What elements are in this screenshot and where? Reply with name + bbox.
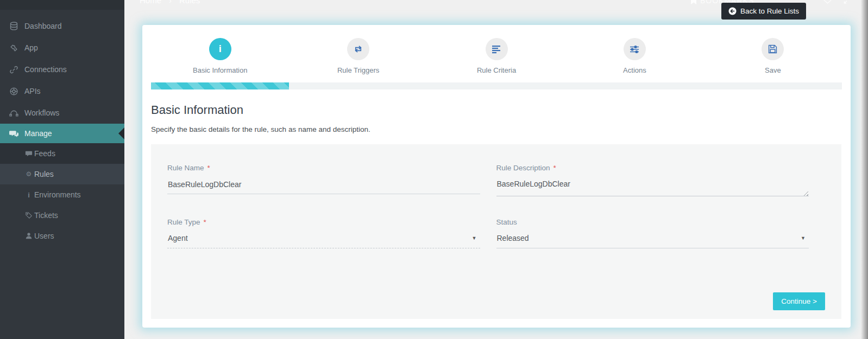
sidebar-item-apis[interactable]: APIs [0, 80, 124, 102]
step-circle [624, 38, 646, 60]
breadcrumb-current: Rules [179, 0, 200, 5]
step-label: Rule Criteria [477, 66, 516, 74]
step-label: Actions [623, 66, 646, 74]
sidebar-top-strip [0, 0, 124, 10]
sidebar: Dashboard App Connections APIs Workflows [0, 0, 124, 339]
rule-type-select[interactable]: Agent ▼ [167, 234, 480, 248]
step-basic-information[interactable]: i Basic Information [151, 38, 289, 74]
heart-icon[interactable] [823, 0, 832, 4]
sidebar-item-label: Dashboard [24, 22, 62, 30]
rule-name-field: Rule Name* [167, 164, 480, 199]
sidebar-item-dashboard[interactable]: Dashboard [0, 15, 124, 37]
required-asterisk: * [553, 164, 556, 172]
required-asterisk: * [207, 164, 210, 172]
sidebar-item-label: Connections [24, 65, 67, 74]
page-subtitle: Specify the basic details for the rule, … [151, 125, 842, 133]
breadcrumb-home[interactable]: Home [140, 0, 161, 5]
sidebar-item-workflows[interactable]: Workflows [0, 102, 124, 124]
step-rule-triggers[interactable]: Rule Triggers [289, 38, 427, 74]
step-circle [762, 38, 784, 60]
sidebar-subitem-label: Users [34, 232, 54, 240]
rule-type-value: Agent [168, 234, 188, 242]
status-select[interactable]: Released ▼ [496, 234, 809, 248]
step-label: Rule Triggers [337, 66, 379, 74]
comments-icon [9, 129, 18, 138]
wizard-steps: i Basic Information Rule Triggers Rule C… [142, 25, 851, 74]
sidebar-subitem-rules[interactable]: ⚙ Rules [0, 164, 124, 184]
sidebar-subitem-label: Environments [34, 190, 81, 199]
sidebar-subitem-label: Rules [34, 170, 54, 178]
breadcrumb-separator-icon: › [169, 0, 172, 5]
sidebar-subitem-label: Tickets [34, 211, 58, 220]
step-save[interactable]: Save [704, 38, 842, 74]
arrow-circle-left-icon [728, 7, 737, 15]
database-icon [9, 22, 18, 31]
sidebar-item-manage[interactable]: Manage [0, 124, 124, 143]
repeat-icon [353, 44, 363, 54]
rule-description-field: Rule Description* BaseRuleLogDbClear [496, 164, 809, 199]
step-rule-criteria[interactable]: Rule Criteria [427, 38, 565, 74]
expand-icon[interactable] [844, 0, 851, 4]
user-icon [25, 232, 33, 240]
wizard-card: i Basic Information Rule Triggers Rule C… [142, 25, 851, 328]
rule-name-input[interactable] [167, 180, 480, 194]
status-label: Status [496, 218, 809, 226]
step-circle: i [209, 38, 231, 60]
back-to-rule-lists-button[interactable]: Back to Rule Lists [721, 3, 806, 20]
gear-icon: ⚙ [25, 170, 33, 178]
vertical-scrollbar[interactable] [861, 0, 868, 339]
sliders-icon [630, 45, 639, 54]
step-label: Save [765, 66, 781, 74]
breadcrumb: Home › Rules [140, 0, 200, 5]
required-asterisk: * [204, 218, 206, 226]
back-button-label: Back to Rule Lists [740, 7, 799, 15]
sidebar-subitem-users[interactable]: Users [0, 226, 124, 246]
rule-name-label: Rule Name* [167, 164, 480, 172]
sidebar-item-label: APIs [24, 87, 41, 95]
rule-type-field: Rule Type* Agent ▼ [167, 218, 480, 248]
info-icon: i [25, 191, 33, 199]
status-field: Status Released ▼ [496, 218, 809, 248]
chevron-down-icon: ▼ [472, 235, 477, 241]
sidebar-subitem-tickets[interactable]: Tickets [0, 205, 124, 226]
page-title: Basic Information [151, 103, 842, 117]
step-circle [347, 38, 369, 60]
step-label: Basic Information [193, 66, 247, 74]
sidebar-subitem-label: Feeds [34, 149, 55, 158]
align-left-icon [492, 45, 501, 54]
status-value: Released [497, 234, 529, 242]
continue-button[interactable]: Continue > [773, 292, 825, 310]
info-icon: i [219, 43, 222, 55]
sidebar-subitem-feeds[interactable]: Feeds [0, 143, 124, 164]
sidebar-item-label: App [24, 43, 38, 52]
workflow-icon [9, 108, 18, 118]
sidebar-item-connections[interactable]: Connections [0, 59, 124, 80]
link-icon [9, 65, 18, 74]
rule-description-textarea[interactable]: BaseRuleLogDbClear [496, 180, 809, 196]
step-actions[interactable]: Actions [565, 38, 703, 74]
sidebar-item-app[interactable]: App [0, 37, 124, 59]
sidebar-item-label: Workflows [24, 108, 59, 117]
comment-icon [25, 150, 33, 157]
puzzle-icon [9, 43, 18, 53]
rule-type-label: Rule Type* [167, 218, 480, 226]
wizard-progress-fill [151, 82, 289, 89]
wizard-progress-track [151, 82, 842, 89]
basic-information-form: Rule Name* Rule Description* BaseRuleLog… [151, 144, 841, 319]
bookmark-icon [690, 0, 697, 4]
floppy-icon [768, 44, 777, 54]
tags-icon [25, 212, 33, 219]
chevron-down-icon: ▼ [801, 235, 806, 241]
sidebar-subitem-environments[interactable]: i Environments [0, 184, 124, 205]
sidebar-item-label: Manage [24, 129, 52, 138]
step-circle [486, 38, 508, 60]
active-item-notch [118, 127, 124, 139]
rule-description-label: Rule Description* [496, 164, 809, 172]
main-content: Home › Rules BOOKMARKS Back to Rule List… [124, 0, 868, 339]
globe-icon [9, 87, 18, 96]
